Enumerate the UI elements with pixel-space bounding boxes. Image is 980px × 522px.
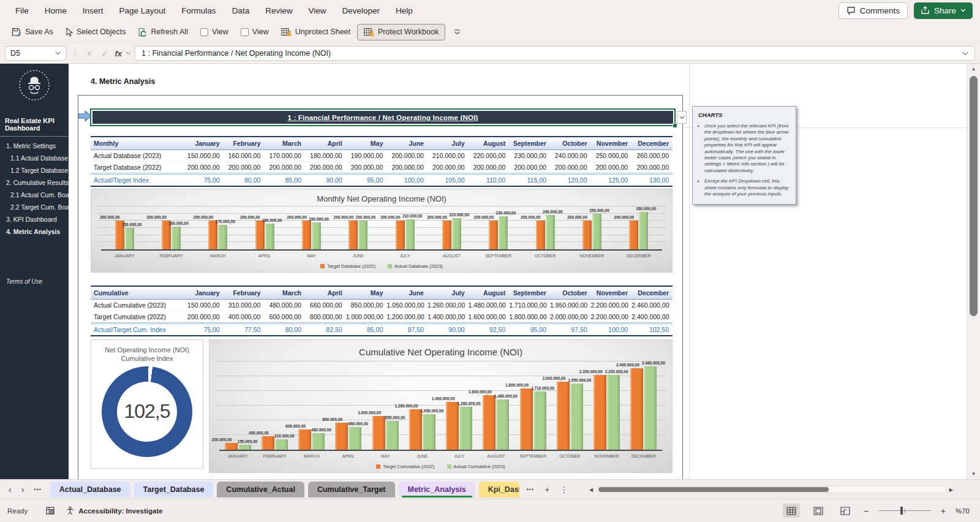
sheet-nav: ‹ › ••• xyxy=(9,485,42,494)
sheet-tab-kpi_dash[interactable]: Kpi_Dash xyxy=(479,482,519,497)
column-header: August xyxy=(469,137,510,150)
bar-group xyxy=(616,206,662,249)
cancel-entry-button[interactable]: × xyxy=(84,48,95,59)
vertical-scrollbar[interactable]: ▲ ▼ xyxy=(967,64,980,479)
menu-help[interactable]: Help xyxy=(388,2,421,20)
actual-value-label: 240.000,00 xyxy=(543,210,563,214)
table-cell: 260.000,00 xyxy=(631,150,673,162)
view-checkbox-1[interactable] xyxy=(200,28,208,36)
sheet-tab-cumulative_actual[interactable]: Cumulative_Actual xyxy=(217,482,304,497)
toolbar-overflow-button[interactable] xyxy=(450,27,464,37)
sheet-tab-cumulative_target[interactable]: Cumulative_Target xyxy=(308,482,395,497)
kpi-dropdown-button[interactable] xyxy=(677,111,687,124)
sheet-tab-metric_analysis[interactable]: Metric_Analysis xyxy=(399,482,475,497)
scroll-right-icon[interactable]: ▶ xyxy=(949,487,953,493)
all-sheets-icon[interactable]: ••• xyxy=(34,486,41,493)
save-as-button[interactable]: Save As xyxy=(6,24,59,40)
unprotect-sheet-button[interactable]: Unprotect Sheet xyxy=(276,24,356,40)
x-axis-label: DECEMBER xyxy=(616,254,662,258)
view-toggle-2[interactable]: View xyxy=(235,24,274,40)
target-value-label: 2.200.000,00 xyxy=(579,369,603,374)
terms-of-use-link[interactable]: Terms of Use xyxy=(0,278,69,285)
scroll-left-icon[interactable]: ◀ xyxy=(589,487,593,493)
vertical-scrollbar-thumb[interactable] xyxy=(970,76,978,316)
horizontal-scrollbar-thumb[interactable] xyxy=(598,487,829,492)
menu-insert[interactable]: Insert xyxy=(75,2,111,20)
sidebar-item-2-1-actual-cum-board[interactable]: 2.1 Actual Cum. Board xyxy=(0,189,69,201)
table-cell: 200.000,00 xyxy=(428,162,469,174)
sidebar-item-3-kpi-dashboard[interactable]: 3. KPI Dashboard xyxy=(0,213,69,225)
table-row: Target Cumulative (2022)200.000,00400.00… xyxy=(91,311,673,323)
formula-input[interactable]: 1 : Financial Performance / Net Operatin… xyxy=(135,46,975,61)
horizontal-scrollbar-track[interactable] xyxy=(596,486,946,493)
prev-sheet-icon[interactable]: ‹ xyxy=(9,485,12,494)
add-sheet-icon[interactable]: + xyxy=(545,485,549,494)
actual-bar xyxy=(275,439,288,450)
sheet-tab-label: Metric_Analysis xyxy=(408,485,466,494)
legend-label: Target Cumulative (2022) xyxy=(383,464,434,469)
sidebar-item-2-cumulative-results[interactable]: 2. Cumulative Results xyxy=(0,176,69,189)
page-layout-view-button[interactable] xyxy=(810,504,827,518)
target-bar xyxy=(629,221,638,249)
sidebar-item-1-metric-settings[interactable]: 1. Metric Settings xyxy=(0,140,69,152)
scroll-down-icon[interactable]: ▼ xyxy=(967,471,980,477)
x-axis-label: SEPTEMBER xyxy=(514,454,551,458)
macro-record-button[interactable] xyxy=(46,507,56,515)
zoom-in-button[interactable]: + xyxy=(941,506,946,516)
sidebar-item-1-1-actual-database[interactable]: 1.1 Actual Database xyxy=(0,152,69,164)
table-cell: 2.200.000,00 xyxy=(591,300,632,311)
normal-view-button[interactable] xyxy=(783,504,800,518)
comments-label: Comments xyxy=(860,6,900,15)
sheet-tab-target_database[interactable]: Target_Database xyxy=(134,482,214,497)
more-sheets-icon[interactable]: ••• xyxy=(527,486,534,493)
zoom-out-button[interactable]: − xyxy=(864,506,869,516)
menu-view[interactable]: View xyxy=(300,2,334,20)
comments-button[interactable]: Comments xyxy=(839,2,908,19)
table-cell: 77,50 xyxy=(224,323,265,336)
target-bar xyxy=(302,221,311,249)
sidebar-item-4-metric-analysis[interactable]: 4. Metric Analysis xyxy=(0,225,69,238)
select-objects-button[interactable]: Select Objects xyxy=(60,24,132,40)
tab-menu-icon[interactable]: ⋮ xyxy=(560,485,568,494)
sidebar-item-2-2-target-cum-board[interactable]: 2.2 Target Cum. Board xyxy=(0,201,69,213)
sidebar-item-1-2-target-database[interactable]: 1.2 Target Database xyxy=(0,164,69,176)
accessibility-status[interactable]: Accessibility: Investigate xyxy=(66,506,162,515)
formula-bar: D5 ⋮ × ✓ fx 1 : Financial Performance / … xyxy=(0,43,980,64)
menu-data[interactable]: Data xyxy=(224,2,258,20)
view-toggle-1[interactable]: View xyxy=(195,24,234,40)
sheet-tab-actual_database[interactable]: Actual_Database xyxy=(50,482,130,497)
actual-bar xyxy=(386,421,399,450)
kpi-dropdown-cell[interactable]: 1 : Financial Performance / Net Operatin… xyxy=(90,108,676,126)
menu-home[interactable]: Home xyxy=(37,2,75,20)
bar-group xyxy=(625,361,662,450)
menu-formulas[interactable]: Formulas xyxy=(173,2,224,20)
actual-bar xyxy=(238,445,251,450)
menubar-right: Comments Share xyxy=(839,2,973,19)
share-button[interactable]: Share xyxy=(914,2,973,19)
view-checkbox-2[interactable] xyxy=(241,28,249,36)
table-cell: 220.000,00 xyxy=(469,150,510,162)
page-break-view-button[interactable] xyxy=(837,504,854,518)
zoom-slider[interactable] xyxy=(878,510,931,511)
insert-function-button[interactable]: fx xyxy=(115,49,123,58)
horizontal-scrollbar[interactable]: ◀ ▶ xyxy=(589,485,953,494)
actual-bar xyxy=(265,224,274,249)
zoom-level[interactable]: %70 xyxy=(956,507,973,515)
next-sheet-icon[interactable]: › xyxy=(21,485,24,494)
table-cell: 2.400.000,00 xyxy=(631,311,673,323)
zoom-slider-thumb[interactable] xyxy=(900,507,903,515)
formula-bar-collapse-icon[interactable] xyxy=(962,51,968,56)
menu-page-layout[interactable]: Page Layout xyxy=(111,2,174,20)
cumulative-chart: Cumulative Net Operating Income (NOI) 20… xyxy=(209,339,673,473)
actual-bar xyxy=(349,427,361,450)
scroll-up-icon[interactable]: ▲ xyxy=(967,66,980,72)
actual-value-label: 850.000,00 xyxy=(385,415,405,420)
table-cell: 85,00 xyxy=(346,323,387,336)
menu-file[interactable]: File xyxy=(7,2,37,20)
menu-developer[interactable]: Developer xyxy=(334,2,388,20)
refresh-all-button[interactable]: Refresh All xyxy=(132,24,193,40)
name-box[interactable]: D5 xyxy=(5,46,66,61)
protect-workbook-button[interactable]: Protect Workbook xyxy=(357,24,445,40)
menu-review[interactable]: Review xyxy=(257,2,300,20)
confirm-entry-button[interactable]: ✓ xyxy=(99,48,111,59)
